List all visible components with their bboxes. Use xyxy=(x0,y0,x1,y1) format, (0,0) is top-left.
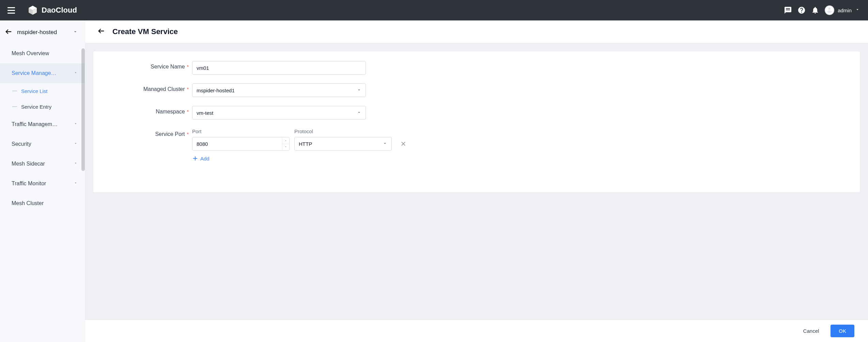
port-input[interactable] xyxy=(192,137,290,151)
remove-port-button[interactable] xyxy=(397,137,410,151)
managed-cluster-label: Managed Cluster xyxy=(143,86,185,92)
service-name-input[interactable] xyxy=(192,61,366,75)
chevron-down-icon xyxy=(383,141,387,147)
chevron-down-icon xyxy=(73,161,78,167)
sidebar-item-mesh-overview[interactable]: Mesh Overview xyxy=(0,44,85,63)
cube-icon xyxy=(27,5,38,16)
namespace-label: Namespace xyxy=(156,109,185,115)
sidebar-item-security[interactable]: Security xyxy=(0,134,85,154)
chevron-down-icon xyxy=(73,29,78,36)
required-mark: * xyxy=(187,87,189,92)
main-content: Create VM Service Service Name * xyxy=(85,20,868,342)
page-title: Create VM Service xyxy=(112,27,178,36)
menu-icon[interactable] xyxy=(6,6,16,15)
dash-icon xyxy=(12,91,17,91)
sidebar-item-service-management[interactable]: Service Manage… xyxy=(0,63,85,83)
form-footer: Cancel OK xyxy=(85,320,868,342)
sidebar-item-mesh-cluster[interactable]: Mesh Cluster xyxy=(0,193,85,213)
protocol-column-label: Protocol xyxy=(294,128,392,134)
chevron-down-icon xyxy=(357,110,361,116)
avatar-icon xyxy=(825,5,834,15)
service-name-label: Service Name xyxy=(151,64,185,70)
help-icon[interactable] xyxy=(795,3,808,17)
chevron-down-icon xyxy=(73,121,78,127)
required-mark: * xyxy=(187,109,189,114)
namespace-select[interactable]: vm-test xyxy=(192,106,366,120)
chevron-down-icon xyxy=(73,141,78,147)
user-name: admin xyxy=(838,7,852,13)
dash-icon xyxy=(12,106,17,107)
sidebar-item-service-entry[interactable]: Service Entry xyxy=(0,99,85,114)
chevron-down-icon xyxy=(73,181,78,187)
chat-icon[interactable] xyxy=(781,3,795,17)
sidebar-item-traffic-management[interactable]: Traffic Managem… xyxy=(0,114,85,134)
sidebar-item-traffic-monitor[interactable]: Traffic Monitor xyxy=(0,174,85,193)
brand-name: DaoCloud xyxy=(42,6,77,15)
mesh-selector[interactable]: mspider-hosted xyxy=(0,20,85,44)
ok-button[interactable]: OK xyxy=(831,325,854,337)
sidebar-item-mesh-sidecar[interactable]: Mesh Sidecar xyxy=(0,154,85,174)
back-button[interactable] xyxy=(97,27,105,36)
top-header: DaoCloud admin xyxy=(0,0,868,20)
chevron-down-icon xyxy=(855,7,860,13)
user-menu[interactable]: admin xyxy=(825,5,860,15)
sidebar: mspider-hosted Mesh Overview Service Man… xyxy=(0,20,85,342)
service-port-label: Service Port xyxy=(155,131,185,137)
chevron-up-icon xyxy=(73,70,78,76)
brand-logo[interactable]: DaoCloud xyxy=(27,5,77,16)
bell-icon[interactable] xyxy=(808,3,822,17)
sidebar-item-service-list[interactable]: Service List xyxy=(0,83,85,99)
add-port-button[interactable]: Add xyxy=(192,154,410,163)
required-mark: * xyxy=(187,64,189,69)
back-icon[interactable] xyxy=(5,28,12,37)
protocol-select[interactable]: HTTP xyxy=(294,137,392,151)
mesh-name: mspider-hosted xyxy=(17,29,68,36)
page-header: Create VM Service xyxy=(85,20,868,43)
scrollbar[interactable] xyxy=(81,48,85,171)
cancel-button[interactable]: Cancel xyxy=(801,325,821,337)
managed-cluster-select[interactable]: mspider-hosted1 xyxy=(192,83,366,97)
stepper-down[interactable] xyxy=(282,144,289,150)
chevron-down-icon xyxy=(357,88,361,93)
required-mark: * xyxy=(187,131,189,137)
form-card: Service Name * Managed Cluster * xyxy=(93,51,860,192)
stepper-up[interactable] xyxy=(282,138,289,144)
port-column-label: Port xyxy=(192,128,290,134)
